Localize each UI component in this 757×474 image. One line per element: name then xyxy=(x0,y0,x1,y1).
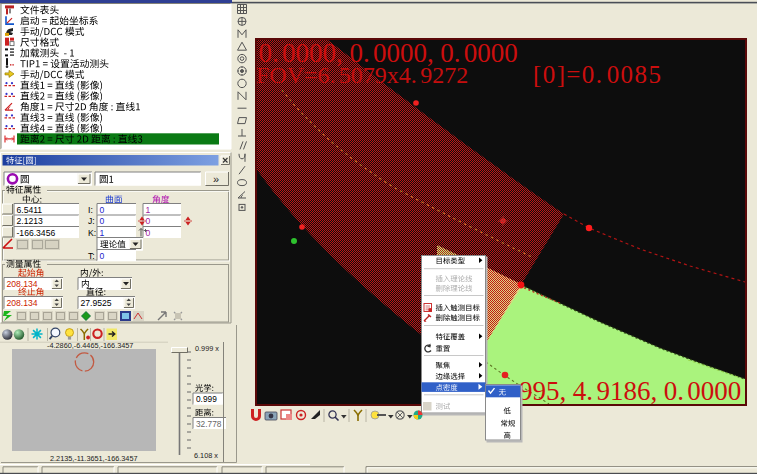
svg-text:FOV=6.5079x4.9272: FOV=6.5079x4.9272 xyxy=(256,62,468,88)
svg-text:0: 0 xyxy=(146,216,151,226)
svg-text:27.9525: 27.9525 xyxy=(81,298,112,308)
svg-text:2.1213: 2.1213 xyxy=(17,216,44,226)
svg-text:-4.2860,-6.4465,-166.3457: -4.2860,-6.4465,-166.3457 xyxy=(47,341,133,350)
svg-text:6.5411: 6.5411 xyxy=(17,205,43,215)
svg-text:995,4.9186,0.0000: 995,4.9186,0.0000 xyxy=(519,376,741,406)
svg-text:»: » xyxy=(213,173,219,185)
svg-text:-166.3456: -166.3456 xyxy=(17,228,56,238)
svg-text:0: 0 xyxy=(100,216,105,226)
svg-text:0: 0 xyxy=(100,251,105,261)
svg-text:I:: I: xyxy=(88,205,93,215)
svg-text:6.108 x: 6.108 x xyxy=(194,451,218,460)
svg-text:0: 0 xyxy=(146,228,151,238)
svg-text:J:: J: xyxy=(88,216,95,226)
svg-text:0.999 x: 0.999 x xyxy=(195,344,219,353)
svg-text:0.999: 0.999 xyxy=(196,394,217,404)
svg-text:[0]=0.0085: [0]=0.0085 xyxy=(533,61,662,88)
svg-text:T:: T: xyxy=(88,251,95,261)
svg-text:208.134: 208.134 xyxy=(7,298,38,308)
svg-text:32.778: 32.778 xyxy=(196,419,222,429)
svg-text:K:: K: xyxy=(88,228,96,238)
svg-text:1: 1 xyxy=(100,228,105,238)
svg-text:0: 0 xyxy=(100,205,105,215)
svg-text:1: 1 xyxy=(146,205,151,215)
svg-text:208.134: 208.134 xyxy=(7,279,38,289)
svg-text:2.2135,-11.3651,-166.3457: 2.2135,-11.3651,-166.3457 xyxy=(50,454,138,463)
